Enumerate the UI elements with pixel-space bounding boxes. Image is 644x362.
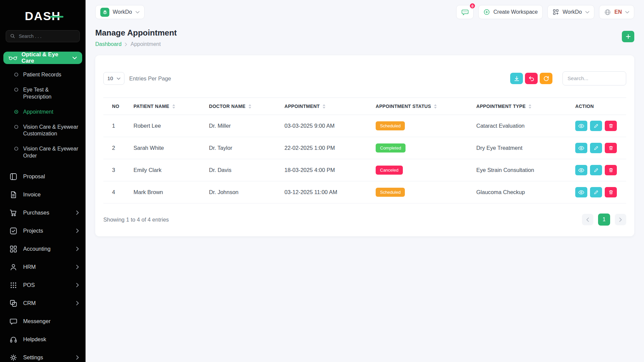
appointments-table: NO PATIENT NAME DOCTOR NAME APPOINTMENT … xyxy=(103,98,626,203)
sidebar-item-accounting[interactable]: Accounting xyxy=(0,240,86,258)
cell-appointment: 03-12-2025 11:00 AM xyxy=(284,181,376,203)
table-row: 1 Robert Lee Dr. Miller 03-03-2025 9:00 … xyxy=(103,115,626,137)
entries-per-page-label: Entries Per Page xyxy=(129,75,171,82)
sidebar-item-pos[interactable]: POS xyxy=(0,276,86,294)
trash-icon xyxy=(608,123,613,128)
view-button[interactable] xyxy=(575,187,587,197)
sidebar-item-label: Proposal xyxy=(23,173,45,180)
sidebar-item-patient-records[interactable]: Patient Records xyxy=(0,67,86,82)
header-actions: 0 Create Workspace WorkDo xyxy=(456,5,634,19)
create-workspace-button[interactable]: Create Workspace xyxy=(478,5,543,19)
sidebar-item-hrm[interactable]: HRM xyxy=(0,258,86,276)
sort-icon[interactable] xyxy=(434,104,437,109)
edit-button[interactable] xyxy=(590,143,602,153)
sidebar-item-appointment[interactable]: Appointment xyxy=(0,105,86,120)
chevron-down-icon xyxy=(117,77,120,80)
chevron-left-icon xyxy=(586,218,589,222)
trash-icon xyxy=(608,190,613,195)
sidebar-item-messenger[interactable]: Messenger xyxy=(0,312,86,330)
sidebar-item-label: Patient Records xyxy=(23,71,61,78)
messages-button[interactable]: 0 xyxy=(456,5,474,19)
sidebar-item-crm[interactable]: CRM xyxy=(0,294,86,312)
chevron-down-icon xyxy=(585,11,589,13)
table-search-input[interactable] xyxy=(562,71,626,85)
delete-button[interactable] xyxy=(605,121,617,131)
sidebar-item-label: Settings xyxy=(23,354,43,361)
sidebar-search-input[interactable] xyxy=(6,30,80,42)
entries-per-page-select[interactable]: 10 xyxy=(103,72,124,85)
sidebar-item-vision-care-eyewear-customization[interactable]: Vision Care & Eyewear Customization xyxy=(0,120,86,142)
refresh-button[interactable] xyxy=(540,73,552,84)
sidebar-search xyxy=(6,30,80,42)
app-root: DASH Optical & Eye Care Patient Records xyxy=(0,0,644,362)
sort-icon[interactable] xyxy=(249,104,251,109)
headset-icon xyxy=(9,336,17,344)
language-selector[interactable]: EN xyxy=(599,5,634,19)
sidebar-item-eye-test-prescription[interactable]: Eye Test & Prescription xyxy=(0,82,86,105)
sidebar-item-label: Projects xyxy=(23,228,43,234)
sidebar-item-vision-care-eyewear-order[interactable]: Vision Care & Eyewear Order xyxy=(0,141,86,164)
page-number-button[interactable]: 1 xyxy=(598,214,610,226)
workspace-switcher[interactable]: WorkDo xyxy=(95,5,145,19)
sidebar-item-settings[interactable]: Settings xyxy=(0,349,86,362)
apps-grid-icon xyxy=(552,9,559,15)
pencil-icon xyxy=(594,190,599,195)
previous-page-button[interactable] xyxy=(582,214,593,225)
top-header: WorkDo 0 Create Workspace xyxy=(86,0,644,24)
column-header-appointment: APPOINTMENT xyxy=(284,98,376,115)
column-header-action: ACTION xyxy=(575,98,626,115)
sidebar-item-proposal[interactable]: Proposal xyxy=(0,168,86,186)
entries-summary: Showing 1 to 4 of 4 entries xyxy=(103,217,169,223)
search-icon xyxy=(10,34,15,40)
delete-button[interactable] xyxy=(605,143,617,153)
edit-button[interactable] xyxy=(590,121,602,131)
sidebar-item-label: Eye Test & Prescription xyxy=(23,86,78,101)
export-button[interactable] xyxy=(510,73,523,84)
eye-icon xyxy=(578,146,584,150)
circle-icon xyxy=(14,87,18,92)
table-footer: Showing 1 to 4 of 4 entries 1 xyxy=(103,214,626,226)
add-appointment-button[interactable] xyxy=(622,31,634,42)
sort-icon[interactable] xyxy=(323,104,325,109)
chevron-right-icon xyxy=(76,301,79,305)
delete-button[interactable] xyxy=(605,187,617,197)
sidebar-item-label: CRM xyxy=(23,300,36,306)
sidebar-menu: Proposal Invoice Purchases Projects Acco… xyxy=(0,166,86,362)
sidebar-item-label: Invoice xyxy=(23,191,41,198)
sidebar-group-optical-eye-care[interactable]: Optical & Eye Care xyxy=(3,52,82,64)
status-badge: Canceled xyxy=(376,166,403,175)
cell-no: 3 xyxy=(103,159,133,181)
next-page-button[interactable] xyxy=(615,214,626,225)
edit-button[interactable] xyxy=(590,165,602,175)
view-button[interactable] xyxy=(575,165,587,175)
sidebar-item-invoice[interactable]: Invoice xyxy=(0,186,86,204)
status-badge: Scheduled xyxy=(376,188,405,197)
sort-icon[interactable] xyxy=(172,104,175,109)
sidebar-item-helpdesk[interactable]: Helpdesk xyxy=(0,330,86,349)
cell-no: 1 xyxy=(103,115,133,137)
main-content: WorkDo 0 Create Workspace xyxy=(86,0,644,362)
view-button[interactable] xyxy=(575,143,587,153)
breadcrumb: Dashboard Appointment xyxy=(95,41,177,47)
gear-icon xyxy=(9,354,17,362)
apps-menu-label: WorkDo xyxy=(562,9,582,15)
apps-menu-button[interactable]: WorkDo xyxy=(547,5,594,19)
delete-button[interactable] xyxy=(605,165,617,175)
cell-appointment: 18-03-2025 4:00 PM xyxy=(284,159,376,181)
sidebar-item-label: HRM xyxy=(23,264,36,270)
document-icon xyxy=(9,191,17,199)
edit-button[interactable] xyxy=(590,187,602,197)
circle-plus-icon xyxy=(483,9,490,15)
sidebar-item-label: Helpdesk xyxy=(23,336,46,343)
pencil-icon xyxy=(594,145,599,150)
sidebar-item-purchases[interactable]: Purchases xyxy=(0,204,86,222)
page-title: Manage Appointment xyxy=(95,28,177,38)
view-button[interactable] xyxy=(575,121,587,131)
page-title-block: Manage Appointment Dashboard Appointment xyxy=(95,28,177,47)
create-workspace-label: Create Workspace xyxy=(493,9,538,15)
reset-button[interactable] xyxy=(525,73,538,84)
sidebar-item-projects[interactable]: Projects xyxy=(0,222,86,240)
breadcrumb-dashboard-link[interactable]: Dashboard xyxy=(95,41,121,47)
brand-logo[interactable]: DASH xyxy=(0,0,86,27)
sort-icon[interactable] xyxy=(529,104,531,109)
